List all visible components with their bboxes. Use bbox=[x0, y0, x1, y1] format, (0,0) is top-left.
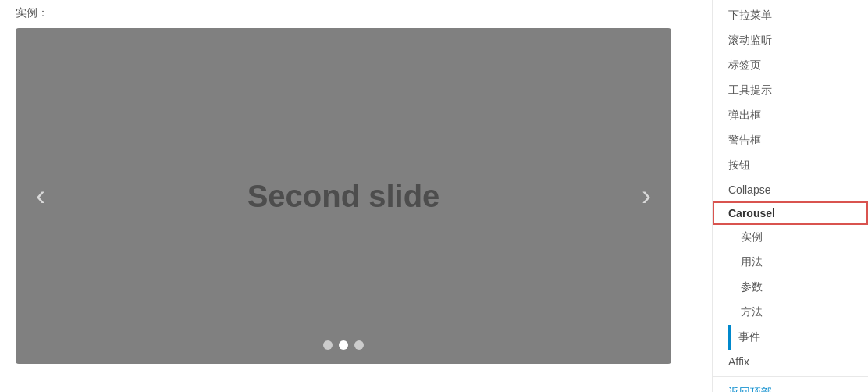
sidebar-item-carousel[interactable]: Carousel bbox=[713, 201, 868, 225]
sidebar-item-tabs[interactable]: 标签页 bbox=[713, 53, 868, 78]
sidebar-item-alert[interactable]: 警告框 bbox=[713, 128, 868, 153]
indicator-dot-1[interactable] bbox=[339, 340, 348, 350]
sidebar-item-modal[interactable]: 弹出框 bbox=[713, 103, 868, 128]
sidebar-item-affix[interactable]: Affix bbox=[713, 350, 868, 373]
sidebar-item-dropdown[interactable]: 下拉菜单 bbox=[713, 3, 868, 28]
sidebar: 下拉菜单 滚动监听 标签页 工具提示 弹出框 警告框 按钮 Collapse C… bbox=[712, 0, 868, 392]
main-content: 实例： ‹ Second slide › bbox=[0, 0, 712, 392]
sidebar-item-collapse[interactable]: Collapse bbox=[713, 178, 868, 201]
sidebar-item-back-top[interactable]: 返回顶部 bbox=[713, 380, 868, 392]
sidebar-divider bbox=[713, 376, 868, 377]
sidebar-item-button[interactable]: 按钮 bbox=[713, 153, 868, 178]
carousel: ‹ Second slide › bbox=[16, 28, 671, 364]
sidebar-item-params[interactable]: 参数 bbox=[713, 275, 868, 300]
carousel-slide-text: Second slide bbox=[247, 179, 440, 214]
carousel-prev-button[interactable]: ‹ bbox=[23, 174, 58, 218]
section-label: 实例： bbox=[16, 6, 696, 20]
indicator-dot-2[interactable] bbox=[354, 340, 364, 350]
sidebar-item-events[interactable]: 事件 bbox=[731, 325, 776, 350]
carousel-indicators bbox=[323, 340, 364, 350]
sidebar-item-example[interactable]: 实例 bbox=[713, 225, 868, 250]
sidebar-item-usage[interactable]: 用法 bbox=[713, 250, 868, 275]
indicator-dot-0[interactable] bbox=[323, 340, 333, 350]
sidebar-item-tooltip[interactable]: 工具提示 bbox=[713, 78, 868, 103]
sidebar-item-methods[interactable]: 方法 bbox=[713, 300, 868, 325]
carousel-next-button[interactable]: › bbox=[629, 174, 663, 218]
sidebar-item-scroll-spy[interactable]: 滚动监听 bbox=[713, 28, 868, 53]
